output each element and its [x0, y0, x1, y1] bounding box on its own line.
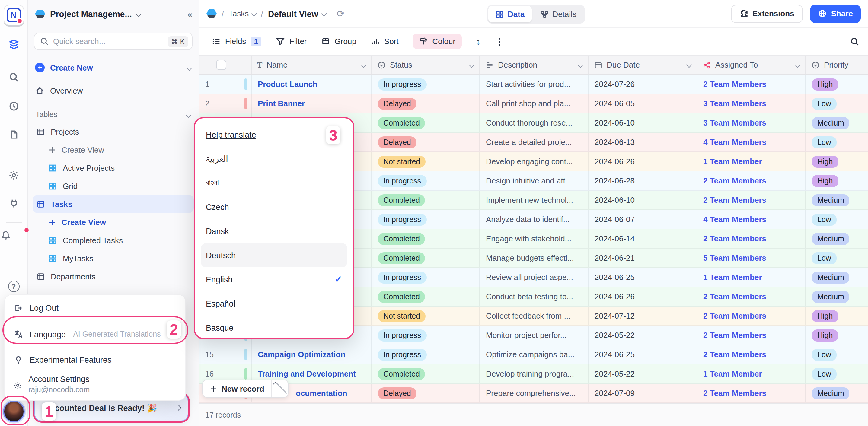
help-translate-link[interactable]: Help translate — [201, 126, 347, 146]
assigned-to-cell[interactable]: 3 Team Members — [697, 113, 806, 132]
record-link[interactable]: Product Launch — [258, 80, 317, 89]
assigned-to-cell[interactable]: 3 Team Members — [697, 94, 806, 113]
status-cell[interactable]: Completed — [372, 113, 480, 132]
assigned-to-cell[interactable]: 2 Team Members — [697, 229, 806, 248]
column-header-priority[interactable]: Priority — [806, 56, 868, 74]
due-date-cell[interactable]: 2024-07-09 — [589, 384, 697, 402]
due-date-cell[interactable]: 2024-06-14 — [589, 229, 697, 248]
menu-item-account-settings[interactable]: Account Settings raju@nocodb.com — [5, 370, 185, 395]
language-option-বাংলা[interactable]: বাংলা — [201, 171, 347, 195]
priority-cell[interactable]: Medium — [806, 268, 868, 287]
settings-icon[interactable] — [8, 169, 19, 181]
base-icon[interactable] — [207, 9, 217, 18]
priority-cell[interactable]: Low — [806, 249, 868, 267]
description-cell[interactable]: Conduct beta testing to... — [480, 287, 589, 306]
breadcrumb-view[interactable]: Default View — [268, 9, 326, 19]
description-cell[interactable]: Analyze data to identif... — [480, 210, 589, 229]
sort-button[interactable]: Sort — [371, 37, 399, 46]
more-options-button[interactable]: ⋮ — [495, 36, 504, 47]
priority-cell[interactable]: High — [806, 75, 868, 94]
fields-button[interactable]: Fields 1 — [212, 36, 262, 46]
status-cell[interactable]: In progress — [372, 75, 480, 94]
priority-cell[interactable]: High — [806, 326, 868, 345]
due-date-cell[interactable]: 2024-06-05 — [589, 94, 697, 113]
docs-icon[interactable] — [8, 129, 19, 140]
integrations-icon[interactable] — [8, 198, 19, 209]
due-date-cell[interactable]: 2024-06-26 — [589, 287, 697, 306]
recent-icon[interactable] — [8, 101, 19, 111]
language-option-العربية[interactable]: العربية — [201, 146, 347, 171]
create-view-item-create-view[interactable]: Create View — [33, 213, 194, 231]
status-cell[interactable]: Completed — [372, 287, 480, 306]
assigned-to-cell[interactable]: 4 Team Members — [697, 133, 806, 152]
sidebar-item-grid[interactable]: Grid — [33, 177, 194, 195]
sidebar-item-overview[interactable]: Overview — [28, 81, 198, 100]
priority-cell[interactable]: High — [806, 306, 868, 325]
sidebar-item-departments[interactable]: Departments — [33, 267, 194, 286]
due-date-cell[interactable]: 2024-07-26 — [589, 75, 697, 94]
status-cell[interactable]: In progress — [372, 268, 480, 287]
due-date-cell[interactable]: 2024-05-22 — [589, 326, 697, 345]
due-date-cell[interactable]: 2024-06-26 — [589, 152, 697, 171]
assigned-to-cell[interactable]: 2 Team Members — [697, 384, 806, 402]
sidebar-item-completed-tasks[interactable]: Completed Tasks — [33, 231, 194, 249]
assigned-to-cell[interactable]: 5 Team Members — [697, 249, 806, 267]
new-record-button[interactable]: New record — [202, 380, 288, 398]
refresh-icon[interactable]: ⟳ — [337, 8, 344, 19]
create-view-item-create-view[interactable]: Create View — [33, 140, 194, 159]
priority-cell[interactable]: Low — [806, 210, 868, 229]
language-option-dansk[interactable]: Dansk — [201, 219, 347, 243]
due-date-cell[interactable]: 2024-07-12 — [589, 306, 697, 325]
description-cell[interactable]: Manage budgets effecti... — [480, 249, 589, 267]
status-cell[interactable]: Not started — [372, 306, 480, 325]
description-cell[interactable]: Monitor project perfor... — [480, 326, 589, 345]
sidebar-item-projects[interactable]: Projects — [33, 123, 194, 140]
status-cell[interactable]: Delayed — [372, 133, 480, 152]
status-cell[interactable]: Delayed — [372, 94, 480, 113]
column-header-name[interactable]: T Name — [252, 56, 372, 74]
assigned-to-cell[interactable]: 2 Team Members — [697, 171, 806, 190]
assigned-to-cell[interactable]: 1 Team Member — [697, 364, 806, 383]
create-new-button[interactable]: Create New — [28, 59, 198, 77]
record-link[interactable]: Training and Development — [258, 369, 356, 378]
priority-cell[interactable]: Medium — [806, 191, 868, 209]
name-cell[interactable]: Print Banner — [252, 94, 372, 113]
description-cell[interactable]: Design intuitive and att... — [480, 171, 589, 190]
priority-cell[interactable]: Medium — [806, 384, 868, 402]
new-record-expand-button[interactable] — [272, 387, 288, 391]
status-cell[interactable]: Completed — [372, 191, 480, 209]
description-cell[interactable]: Start activities for prod... — [480, 75, 589, 94]
language-option-español[interactable]: Español — [201, 291, 347, 316]
share-button[interactable]: Share — [810, 4, 861, 23]
status-cell[interactable]: Not started — [372, 152, 480, 171]
quick-search-input[interactable]: Quick search... ⌘ K — [34, 33, 192, 50]
notifications-icon[interactable] — [0, 230, 27, 241]
assigned-to-cell[interactable]: 2 Team Members — [697, 75, 806, 94]
menu-item-logout[interactable]: Log Out — [5, 298, 185, 318]
row-height-button[interactable]: ↕ — [476, 36, 480, 46]
priority-cell[interactable]: Medium — [806, 229, 868, 248]
priority-cell[interactable]: Low — [806, 133, 868, 152]
status-cell[interactable]: Completed — [372, 364, 480, 383]
user-avatar[interactable] — [3, 401, 25, 422]
priority-cell[interactable]: High — [806, 171, 868, 190]
due-date-cell[interactable]: 2024-06-07 — [589, 210, 697, 229]
record-link[interactable]: Print Banner — [258, 99, 305, 108]
assigned-to-cell[interactable]: 4 Team Members — [697, 210, 806, 229]
colour-button[interactable]: Colour — [413, 34, 462, 49]
sidebar-item-active-projects[interactable]: Active Projects — [33, 159, 194, 177]
priority-cell[interactable]: Medium — [806, 287, 868, 306]
description-cell[interactable]: Develop training progra... — [480, 364, 589, 383]
due-date-cell[interactable]: 2024-06-13 — [589, 133, 697, 152]
record-link[interactable]: Campaign Optimization — [258, 350, 345, 359]
bases-icon[interactable] — [8, 39, 19, 50]
row-number-cell[interactable]: 15 — [199, 345, 252, 364]
tab-data[interactable]: Data — [488, 6, 532, 22]
collapse-sidebar-icon[interactable]: « — [187, 9, 191, 19]
assigned-to-cell[interactable]: 2 Team Members — [697, 287, 806, 306]
due-date-cell[interactable]: 2024-06-21 — [589, 249, 697, 267]
sidebar-item-mytasks[interactable]: MyTasks — [33, 249, 194, 267]
tables-section-header[interactable]: Tables — [28, 107, 198, 123]
description-cell[interactable]: Conduct thorough rese... — [480, 113, 589, 132]
help-icon[interactable]: ? — [8, 281, 19, 292]
